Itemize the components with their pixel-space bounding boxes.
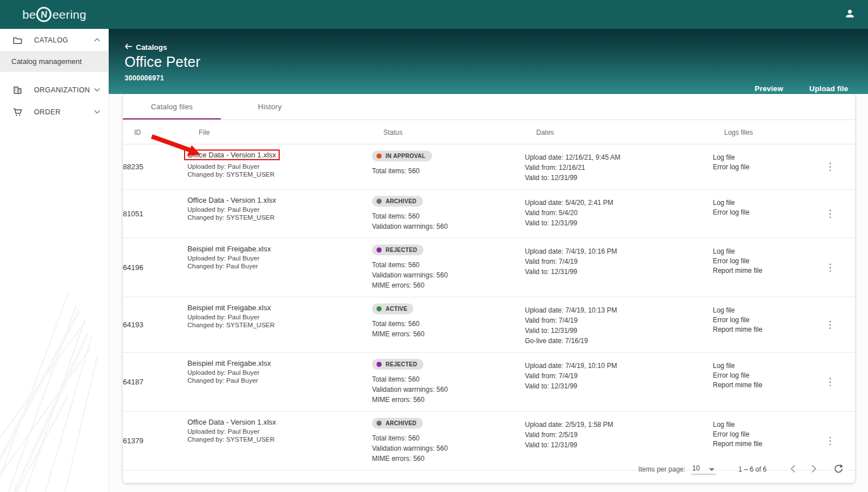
log-file-link[interactable]: Log file (713, 153, 816, 161)
dates: Upload date: 7/4/19, 10:16 PMValid from:… (525, 245, 713, 290)
status-stats: Total items: 560MIME errors: 560 (372, 320, 525, 339)
sidebar-item-catalog-management[interactable]: Catalog management (0, 51, 108, 72)
catalog-header: Catalogs Office Peter 3000006971 Preview… (109, 29, 868, 94)
log-file-link[interactable]: Error log file (713, 316, 816, 324)
person-icon (844, 8, 856, 21)
row-menu-button[interactable]: ⋮ (822, 375, 839, 389)
status-dot-icon (377, 362, 382, 367)
table-row[interactable]: 64193 Beispiel mit Freigabe.xlsx Uploade… (123, 297, 855, 353)
sidebar-item-catalog[interactable]: CATALOG (0, 29, 108, 51)
changed-by: Changed by: Paul Buyer (187, 377, 372, 384)
status-label: REJECTED (386, 361, 417, 367)
log-file-link[interactable]: Report mime file (713, 267, 816, 275)
log-file-link[interactable]: Error log file (713, 208, 816, 216)
date-line: Upload date: 7/4/19, 10:13 PM (525, 306, 713, 315)
upload-file-button[interactable]: Upload file (809, 84, 848, 93)
log-links: Log fileError log file (713, 196, 816, 231)
uploaded-by: Uploaded by: Paul Buyer (187, 428, 372, 435)
dates: Upload date: 7/4/19, 10:10 PMValid from:… (525, 359, 713, 404)
log-file-link[interactable]: Report mime file (713, 381, 816, 389)
log-file-link[interactable]: Report mime file (713, 440, 816, 448)
row-menu-button[interactable]: ⋮ (822, 318, 839, 332)
row-id: 61379 (123, 437, 187, 445)
uploaded-by: Uploaded by: Paul Buyer (187, 369, 372, 376)
status-label: IN APPROVAL (386, 153, 426, 159)
table-header: ID File Status Dates Logs files (123, 120, 855, 144)
status-stat: Total items: 560 (372, 320, 525, 328)
status-stat: MIME errors: 560 (372, 330, 525, 339)
tab-history[interactable]: History (221, 94, 319, 119)
row-menu-button[interactable]: ⋮ (822, 434, 839, 448)
sidebar-item-organization[interactable]: ORGANIZATION (0, 79, 108, 101)
date-line: Valid to: 12/31/99 (525, 441, 713, 450)
page: beNeering CATALOG Catalog management (0, 0, 868, 492)
row-menu-button[interactable]: ⋮ (822, 160, 839, 174)
row-menu-button[interactable]: ⋮ (822, 260, 839, 275)
page-title: Office Peter (125, 54, 868, 70)
dates: Upload date: 12/16/21, 9:45 AMValid from… (525, 151, 713, 182)
next-page-button[interactable] (808, 461, 820, 478)
file-name[interactable]: Beispiel mit Freigabe.xlsx (187, 359, 372, 367)
logo-text-post: eering (52, 8, 86, 22)
log-file-link[interactable]: Error log file (713, 430, 816, 438)
status-dot-icon (377, 247, 382, 253)
log-file-link[interactable]: Error log file (713, 257, 816, 265)
log-file-link[interactable]: Log file (713, 421, 816, 429)
file-name[interactable]: Office Data - Version 1.xlsx (184, 149, 280, 160)
status-stats: Total items: 560Validation warrnings: 56… (372, 212, 525, 231)
table-row[interactable]: 64187 Beispiel mit Freigabe.xlsx Uploade… (123, 353, 855, 412)
status-stat: Total items: 560 (372, 375, 525, 384)
status-stat: Validation warrnings: 560 (372, 386, 525, 394)
table-row[interactable]: 64196 Beispiel mit Freigabe.xlsx Uploade… (123, 238, 855, 297)
back-to-catalogs-link[interactable]: Catalogs (125, 43, 868, 52)
sidebar-item-label: ORGANIZATION (34, 86, 90, 94)
sidebar-spacer (0, 72, 108, 79)
file-name[interactable]: Beispiel mit Freigabe.xlsx (187, 245, 372, 253)
column-header-file: File (199, 120, 383, 144)
log-file-link[interactable]: Log file (713, 306, 816, 314)
page-size-value: 10 (692, 464, 700, 472)
log-file-link[interactable]: Error log file (713, 371, 816, 379)
log-file-link[interactable]: Log file (713, 362, 816, 370)
column-header-dates: Dates (536, 120, 724, 144)
log-file-link[interactable]: Log file (713, 199, 816, 207)
date-line: Upload date: 12/16/21, 9:45 AM (525, 153, 713, 162)
status-dot-icon (377, 421, 382, 426)
changed-by: Changed by: SYSTEM_USER (187, 436, 372, 443)
column-header-id: ID (134, 120, 199, 144)
file-name[interactable]: Beispiel mit Freigabe.xlsx (187, 303, 372, 312)
refresh-button[interactable] (830, 460, 847, 479)
column-header-logs: Logs files (724, 120, 828, 144)
catalog-id: 3000006971 (125, 74, 868, 82)
row-id: 64187 (123, 378, 187, 386)
log-file-link[interactable]: Error log file (713, 163, 816, 171)
date-line: Upload date: 7/4/19, 10:10 PM (525, 362, 713, 370)
sidebar-item-order[interactable]: ORDER (0, 101, 108, 123)
file-name[interactable]: Office Data - Version 1.xlsx (187, 196, 372, 204)
preview-button[interactable]: Preview (755, 84, 784, 93)
chevron-up-icon (94, 38, 100, 42)
date-line: Valid from: 2/5/19 (525, 431, 713, 439)
table-row[interactable]: 81051 Office Data - Version 1.xlsx Uploa… (123, 190, 855, 238)
file-name[interactable]: Office Data - Version 1.xlsx (187, 418, 372, 426)
row-menu-button[interactable]: ⋮ (822, 207, 839, 221)
date-line: Upload date: 5/4/20, 2:41 PM (525, 199, 713, 207)
uploaded-by: Uploaded by: Paul Buyer (187, 163, 372, 170)
page-range-label: 1 – 6 of 6 (738, 465, 767, 473)
previous-page-button[interactable] (787, 461, 799, 478)
building-background-image (0, 226, 109, 492)
date-line: Upload date: 7/4/19, 10:16 PM (525, 247, 713, 256)
tab-catalog-files[interactable]: Catalog files (123, 94, 221, 119)
row-id: 64193 (123, 320, 187, 329)
date-line: Valid from: 5/4/20 (525, 209, 713, 217)
logo-n-icon: N (36, 6, 53, 23)
table-row[interactable]: 88235 Office Data - Version 1.xlsx Uploa… (123, 144, 855, 190)
kebab-icon: ⋮ (826, 435, 835, 446)
dates: Upload date: 7/4/19, 10:13 PMValid from:… (525, 303, 713, 345)
column-header-status: Status (383, 120, 536, 144)
user-account-button[interactable] (842, 6, 858, 23)
page-size-select[interactable]: 10 (691, 464, 716, 474)
log-file-link[interactable]: Log file (713, 247, 816, 255)
catalog-files-card: Catalog files History ID File Status Dat… (123, 94, 855, 483)
log-file-link[interactable]: Report mime file (713, 326, 816, 333)
